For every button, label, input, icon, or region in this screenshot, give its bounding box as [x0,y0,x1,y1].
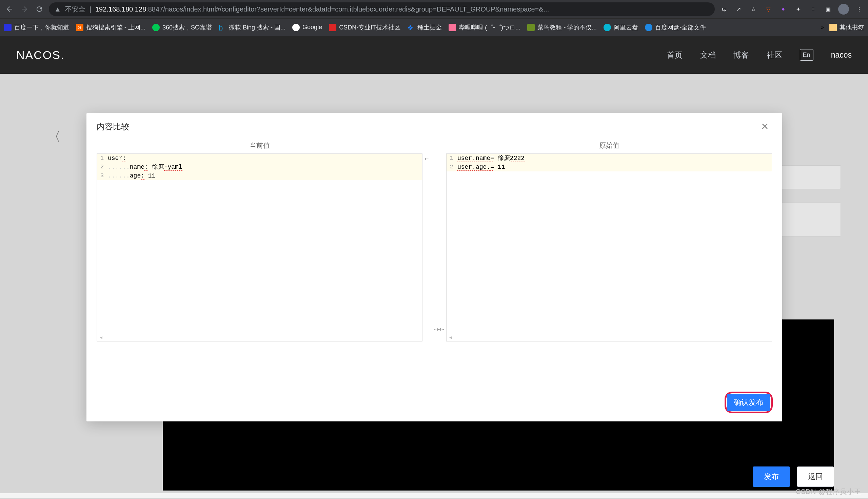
bookmark-label: 360搜索，SO靠谱 [163,23,212,32]
diff-middle-gutter: ⇠ ⇢⇠ [423,137,446,341]
bookmark-item[interactable]: ❖稀土掘金 [407,23,442,32]
diff-dialog: 内容比较 ✕ 当前值 1 user: 2 [86,113,782,422]
bookmark-favicon-icon [645,24,652,31]
bookmark-favicon-icon [292,24,300,31]
reading-list-icon[interactable]: ≡ [808,4,818,14]
bookmark-favicon-icon [449,24,456,31]
diff-merge-right-icon[interactable]: ⇢⇠ [434,326,444,333]
bookmark-item[interactable]: S搜狗搜索引擎 - 上网... [76,23,145,32]
bookmark-favicon-icon [329,24,336,31]
other-bookmarks-label: 其他书签 [840,23,864,32]
other-bookmarks-folder[interactable]: 其他书签 [829,23,864,32]
bookmark-item[interactable]: 阿里云盘 [604,23,638,32]
bookmark-favicon-icon: b [219,24,226,31]
confirm-highlight-annotation: 确认发布 [725,392,773,413]
line-number: 1 [447,154,456,162]
bookmark-label: 百度一下，你就知道 [14,23,69,32]
csdn-watermark: CSDN @程序员小王 [795,487,861,496]
current-value-header: 当前值 [97,137,423,154]
bookmark-label: 阿里云盘 [614,23,638,32]
bookmark-favicon-icon [527,24,535,31]
nav-forward-button[interactable] [19,4,30,15]
dialog-close-icon[interactable]: ✕ [761,122,769,132]
ext-purple-icon[interactable]: ● [778,4,788,14]
bookmark-favicon-icon [4,24,12,31]
share-icon[interactable]: ↗ [734,4,743,14]
bookmark-item[interactable]: 哔哩哔哩 (゜-゜)つロ... [449,23,521,32]
nav-reload-button[interactable] [34,4,45,15]
profile-avatar[interactable] [838,4,849,15]
browser-actions: ⇆ ↗ ☆ ▽ ● ✦ ≡ ▣ ⋮ [719,4,864,15]
bookmarks-bar: 百度一下，你就知道S搜狗搜索引擎 - 上网...360搜索，SO靠谱b微软 Bi… [0,18,868,36]
dialog-title: 内容比较 [97,121,129,132]
original-value-header: 原始值 [446,137,772,154]
bookmarks-more[interactable]: » [821,24,824,31]
extensions-icon[interactable]: ✦ [793,4,803,14]
bookmark-favicon-icon: ❖ [407,24,415,31]
dialog-overlay: 内容比较 ✕ 当前值 1 user: 2 [0,36,868,499]
line-number: 2 [97,162,106,171]
bookmark-item[interactable]: b微软 Bing 搜索 - 国... [219,23,285,32]
panel-icon[interactable]: ▣ [823,4,833,14]
bookmark-label: 菜鸟教程 - 学的不仅... [537,23,597,32]
bookmark-item[interactable]: Google [292,24,322,31]
bookmark-favicon-icon [604,24,611,31]
bookmark-label: 稀土掘金 [417,23,442,32]
scroll-left-marker: ◂ [449,334,452,340]
translate-icon[interactable]: ⇆ [719,4,728,14]
brave-icon[interactable]: ▽ [763,4,773,14]
original-value-editor[interactable]: 1 user.name= 徐庶2222 2 user.age.= 11 ◂ [446,154,772,341]
scroll-left-marker: ◂ [100,334,103,340]
bookmark-label: CSDN-专业IT技术社区 [339,23,401,32]
bookmark-item[interactable]: 菜鸟教程 - 学的不仅... [527,23,597,32]
nav-back-button[interactable] [4,4,15,15]
address-bar[interactable]: ▲ 不安全 | 192.168.180.128:8847/nacos/index… [49,2,715,16]
bookmark-label: 哔哩哔哩 (゜-゜)つロ... [459,23,521,32]
confirm-publish-button[interactable]: 确认发布 [727,394,770,411]
bookmark-favicon-icon: S [76,24,83,31]
bookmark-label: 微软 Bing 搜索 - 国... [229,23,285,32]
chrome-menu-icon[interactable]: ⋮ [854,4,864,14]
current-value-editor[interactable]: 1 user: 2 ......name: 徐庶-yaml 3 ......ag… [97,154,423,341]
bookmark-item[interactable]: 百度网盘-全部文件 [645,23,706,32]
line-number: 3 [97,171,106,180]
bookmark-star-icon[interactable]: ☆ [749,4,758,14]
bookmark-label: 百度网盘-全部文件 [655,23,706,32]
url-path: :8847/nacos/index.html#/configeditor?ser… [146,5,549,13]
bookmark-favicon-icon [152,24,160,31]
folder-icon [829,24,837,31]
browser-toolbar: ▲ 不安全 | 192.168.180.128:8847/nacos/index… [0,0,868,18]
bookmark-item[interactable]: 360搜索，SO靠谱 [152,23,212,32]
url-host: 192.168.180.128 [95,5,146,13]
security-status: 不安全 [65,5,85,14]
bookmark-label: 搜狗搜索引擎 - 上网... [86,23,145,32]
diff-merge-left-icon[interactable]: ⇠ [425,155,430,162]
bookmark-item[interactable]: CSDN-专业IT技术社区 [329,23,401,32]
bookmark-item[interactable]: 百度一下，你就知道 [4,23,69,32]
line-number: 2 [447,162,456,171]
pipe-separator: | [90,5,91,13]
bookmark-label: Google [302,24,322,31]
warning-icon: ▲ [54,5,61,13]
line-number: 1 [97,154,106,162]
